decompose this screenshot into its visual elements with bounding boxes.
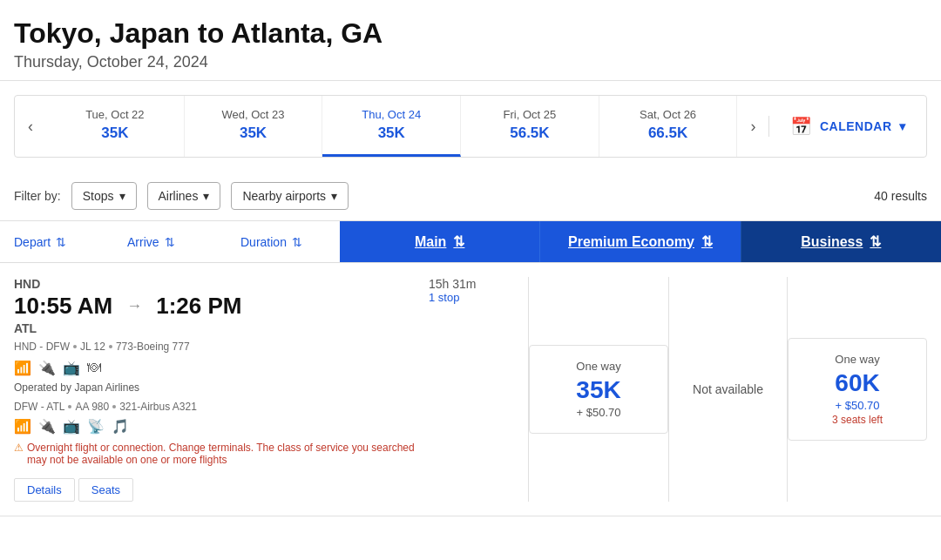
tv-icon: 📡 [87, 418, 105, 435]
amenities-row-1: 📶 🔌 📺 🍽 [14, 360, 415, 376]
stops-label: Stops [83, 189, 114, 203]
arrive-airport: ATL [14, 321, 37, 335]
flight-actions: Details Seats [14, 478, 415, 502]
stops-chevron-icon: ▾ [119, 189, 125, 203]
sort-duration[interactable]: Duration ⇅ [227, 221, 340, 262]
date-item-4[interactable]: Sat, Oct 26 66.5K [599, 96, 738, 157]
page-date: Thursday, October 24, 2024 [14, 53, 927, 71]
calendar-chevron-icon: ▾ [899, 119, 906, 133]
route-dot-2 [109, 345, 112, 348]
premium-sort-icon: ⇅ [701, 233, 713, 250]
wifi-icon-2: 📶 [14, 418, 31, 435]
sort-main[interactable]: Main ⇅ [340, 221, 539, 262]
depart-time: 10:55 AM [14, 293, 112, 320]
route-dot-3 [68, 405, 71, 408]
filter-bar: Filter by: Stops ▾ Airlines ▾ Nearby air… [0, 172, 941, 221]
power-icon: 🔌 [38, 360, 56, 376]
business-price-box[interactable]: One way 60K + $50.70 3 seats left [788, 338, 927, 441]
page-title: Tokyo, Japan to Atlanta, GA [14, 17, 927, 50]
results-count: 40 results [874, 189, 927, 203]
aircraft-2: 321-Airbus A321 [119, 401, 197, 413]
nearby-airports-chevron-icon: ▾ [331, 189, 337, 203]
calendar-label: CALENDAR [820, 119, 892, 133]
arrive-time: 1:26 PM [156, 293, 241, 320]
airlines-label: Airlines [159, 189, 199, 203]
amenities-row-2: 📶 🔌 📺 📡 🎵 [14, 418, 415, 435]
premium-not-available: Not available [693, 382, 763, 396]
flight-route-1: HND - DFW JL 12 773-Boeing 777 [14, 341, 415, 353]
flight-duration-col: 15h 31m 1 stop [415, 277, 528, 502]
route-dot-4 [112, 405, 116, 408]
duration-value: 15h 31m [429, 277, 528, 291]
date-item-2-active[interactable]: Thu, Oct 24 35K [322, 96, 461, 157]
main-price-amount: 35K [544, 376, 653, 404]
main-price-box[interactable]: One way 35K + $50.70 [529, 345, 668, 434]
wifi-icon: 📶 [14, 360, 31, 376]
sort-depart[interactable]: Depart ⇅ [0, 221, 113, 262]
sort-arrive[interactable]: Arrive ⇅ [113, 221, 227, 262]
business-sort-icon: ⇅ [870, 233, 881, 250]
nearby-airports-filter-button[interactable]: Nearby airports ▾ [231, 182, 349, 210]
date-item-3[interactable]: Fri, Oct 25 56.5K [461, 96, 599, 157]
flight-result-row: HND 10:55 AM → 1:26 PM ATL HND - DFW JL … [0, 263, 941, 516]
business-price-label: One way [802, 353, 912, 366]
meal-icon: 🍽 [87, 360, 101, 376]
warning-text: Overnight flight or connection. Change t… [27, 442, 415, 466]
depart-airport: HND [14, 277, 40, 291]
screen-icon: 📺 [63, 360, 80, 376]
route-dot-1 [73, 345, 77, 348]
stop-value: 1 stop [429, 291, 528, 304]
premium-price-cell: Not available [668, 277, 787, 502]
filter-by-label: Filter by: [14, 189, 61, 203]
main-sort-icon: ⇅ [453, 233, 464, 250]
details-link[interactable]: Details [14, 478, 75, 502]
business-price-amount: 60K [802, 369, 912, 397]
flight-times: 10:55 AM → 1:26 PM [14, 293, 415, 320]
prev-date-nav[interactable]: ‹ [15, 109, 46, 145]
route-2-segment: DFW - ATL [14, 401, 64, 413]
stops-filter-button[interactable]: Stops ▾ [71, 182, 137, 210]
route-1-segment: HND - DFW [14, 341, 70, 353]
aircraft-1: 773-Boeing 777 [116, 341, 190, 353]
main-price-cell: One way 35K + $50.70 [528, 277, 668, 502]
flight-route-2: DFW - ATL AA 980 321-Airbus A321 [14, 401, 415, 413]
main-price-fee: + $50.70 [544, 406, 653, 419]
nearby-airports-label: Nearby airports [242, 189, 326, 203]
next-date-nav[interactable]: › [737, 109, 768, 145]
business-price-cell: One way 60K + $50.70 3 seats left [787, 277, 927, 502]
music-icon: 🎵 [112, 418, 129, 435]
airlines-filter-button[interactable]: Airlines ▾ [147, 182, 221, 210]
sort-premium-economy[interactable]: Premium Economy ⇅ [539, 221, 740, 262]
power-icon-2: 🔌 [38, 418, 56, 435]
date-items: Tue, Oct 22 35K Wed, Oct 23 35K Thu, Oct… [46, 96, 737, 157]
calendar-icon: 📅 [790, 116, 813, 137]
sort-business[interactable]: Business ⇅ [741, 221, 941, 262]
duration-sort-icon: ⇅ [292, 235, 302, 249]
date-bar: ‹ Tue, Oct 22 35K Wed, Oct 23 35K Thu, O… [14, 95, 927, 158]
date-item-0[interactable]: Tue, Oct 22 35K [46, 96, 185, 157]
sort-bar: Depart ⇅ Arrive ⇅ Duration ⇅ Main ⇅ Prem… [0, 221, 941, 263]
flight-arrow-icon: → [126, 297, 142, 315]
warning-icon: ⚠ [14, 442, 24, 466]
business-price-fee: + $50.70 [802, 399, 912, 412]
seats-left-label: 3 seats left [802, 414, 912, 426]
calendar-button[interactable]: 📅 CALENDAR ▾ [768, 116, 926, 137]
screen-icon-2: 📺 [63, 418, 80, 435]
date-item-1[interactable]: Wed, Oct 23 35K [185, 96, 323, 157]
airlines-chevron-icon: ▾ [203, 189, 209, 203]
flight-airports: HND [14, 277, 415, 291]
main-price-label: One way [544, 360, 653, 373]
flight-info: HND 10:55 AM → 1:26 PM ATL HND - DFW JL … [14, 277, 415, 502]
arrive-sort-icon: ⇅ [165, 235, 175, 249]
seats-link[interactable]: Seats [78, 478, 133, 502]
operated-by: Operated by Japan Airlines [14, 381, 415, 394]
flight-number-1: JL 12 [80, 341, 105, 353]
flight-number-2: AA 980 [75, 401, 109, 413]
depart-sort-icon: ⇅ [56, 235, 66, 249]
flight-warning: ⚠ Overnight flight or connection. Change… [14, 442, 415, 466]
header: Tokyo, Japan to Atlanta, GA Thursday, Oc… [0, 0, 941, 81]
